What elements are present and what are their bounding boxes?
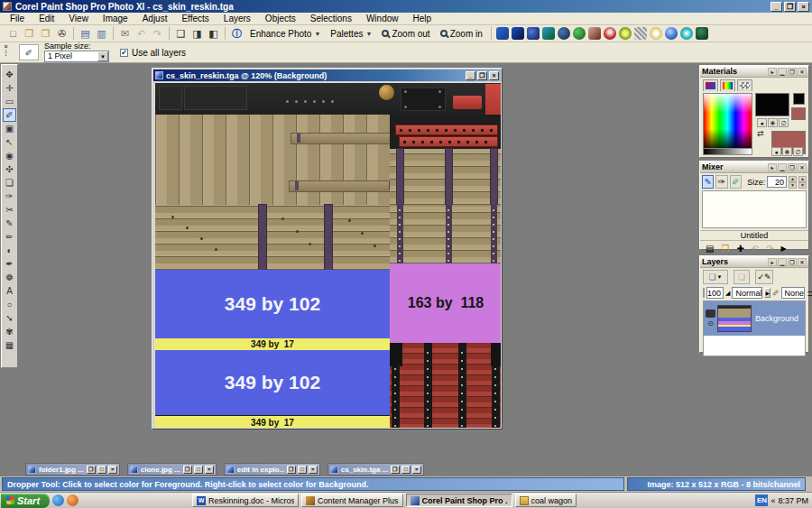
image-close-button[interactable]: × xyxy=(489,71,499,80)
edit-selection-button[interactable]: ✓✎ xyxy=(755,270,773,284)
panel-close-icon[interactable]: ✕ xyxy=(798,163,807,171)
plugin-icon[interactable] xyxy=(558,27,570,40)
restore-icon[interactable]: ❐ xyxy=(183,466,192,474)
menu-effects[interactable]: Effects xyxy=(175,13,215,24)
mixer-more-icon[interactable]: ▶ xyxy=(781,245,787,253)
mixer-remix-icon[interactable]: ↷ xyxy=(766,244,773,254)
fg-color-style-icon[interactable]: ● xyxy=(757,118,767,127)
bg-transparent-icon[interactable]: ∅ xyxy=(793,147,803,156)
maximize-icon[interactable]: □ xyxy=(298,466,307,474)
mixer-unmix-icon[interactable]: ↶ xyxy=(752,244,759,254)
close-icon[interactable]: × xyxy=(205,466,214,474)
enhance-photo-button[interactable]: Enhance Photo▼ xyxy=(245,28,325,40)
opacity-slider-icon[interactable]: ◢ xyxy=(725,290,730,297)
mixer-new-page-icon[interactable]: ▤ xyxy=(706,244,714,254)
selection-tool[interactable]: ▭ xyxy=(3,95,16,108)
menu-adjust[interactable]: Adjust xyxy=(136,13,174,24)
mixer-size-input[interactable]: 20 xyxy=(767,176,787,188)
mixer-area[interactable] xyxy=(702,190,807,228)
crop-tool[interactable]: ▣ xyxy=(3,122,16,135)
zoom-out-button[interactable]: Zoom out xyxy=(377,28,434,40)
plugin-icon[interactable] xyxy=(588,27,601,40)
pick-tool[interactable]: ↖ xyxy=(3,135,16,149)
task-button-word[interactable]: W Reskinning.doc - Microso... xyxy=(192,494,299,507)
bg-color-style-icon[interactable]: ● xyxy=(771,147,781,156)
image-canvas[interactable]: 349 by 102 349 by 17 349 by 102 349 by 1… xyxy=(154,82,502,429)
blend-mode-arrow-icon[interactable]: ▶ xyxy=(764,288,770,298)
menu-objects[interactable]: Objects xyxy=(259,13,302,24)
email-icon[interactable]: ✉ xyxy=(117,26,133,41)
bg-gradient-style-icon[interactable]: ❋ xyxy=(782,147,792,156)
close-icon[interactable]: × xyxy=(309,466,318,474)
internet-explorer-icon[interactable] xyxy=(52,494,64,506)
rainbow-tab[interactable] xyxy=(720,79,735,91)
panel-close-icon[interactable]: ✕ xyxy=(798,68,807,76)
lock-icon[interactable]: ⊐ xyxy=(807,289,812,298)
makeover-tool[interactable]: ✣ xyxy=(3,162,16,176)
panel-maximize-icon[interactable]: ❐ xyxy=(788,258,797,266)
lighten-darken-tool[interactable]: ◐ xyxy=(3,244,16,257)
plugin-icon[interactable] xyxy=(604,27,616,40)
browse-icon[interactable]: ❐ xyxy=(38,26,53,41)
plugin-icon[interactable] xyxy=(512,27,524,40)
materials-title-bar[interactable]: Materials ▸ ▁ ❐ ✕ xyxy=(700,66,808,78)
close-button[interactable]: × xyxy=(798,2,809,12)
dropper-preset-button[interactable]: ✐ xyxy=(19,44,39,60)
undo-icon[interactable]: ↶ xyxy=(134,26,149,41)
plugin-icon[interactable] xyxy=(573,27,586,40)
plugin-icon[interactable] xyxy=(542,27,555,40)
color-picker[interactable] xyxy=(703,93,752,149)
minimized-doc-folder1[interactable]: folder1.jpg ... ❐□× xyxy=(25,463,120,476)
mixer-knife-tool[interactable]: ✑ xyxy=(715,175,727,189)
panel-close-icon[interactable]: ✕ xyxy=(798,258,807,266)
panel-pin-icon[interactable]: ▸ xyxy=(768,163,777,171)
resize-icon[interactable]: ❑ xyxy=(173,26,189,41)
mixer-add-icon[interactable]: ✚ xyxy=(736,244,743,254)
paint-brush-tool[interactable]: ✎ xyxy=(3,217,16,230)
firefox-icon[interactable] xyxy=(67,494,78,506)
mixer-dropper-tool[interactable]: ✐ xyxy=(730,175,742,189)
use-all-layers-checkbox[interactable]: ✔ xyxy=(120,49,128,57)
menu-window[interactable]: Window xyxy=(360,13,405,24)
swatches-tab[interactable] xyxy=(737,79,752,91)
task-button-coal-wagon[interactable]: coal wagon xyxy=(515,494,577,507)
task-button-paint-shop-pro[interactable]: Corel Paint Shop Pro ... xyxy=(406,494,512,507)
fg-gradient-style-icon[interactable]: ❋ xyxy=(768,118,778,127)
mixer-title-bar[interactable]: Mixer ▸ ▁ ❐ ✕ xyxy=(700,162,808,173)
task-button-content-manager[interactable]: Content Manager Plus xyxy=(301,494,403,507)
maximize-icon[interactable]: □ xyxy=(97,466,106,474)
start-button[interactable]: Start xyxy=(1,494,50,508)
size-spinner[interactable]: ▲▼ xyxy=(789,176,797,189)
twain-acquire-icon[interactable]: ✇ xyxy=(54,26,69,41)
palettes-button[interactable]: Palettes▼ xyxy=(326,28,376,40)
redo-icon[interactable]: ↷ xyxy=(150,26,165,41)
restore-icon[interactable]: ❐ xyxy=(287,466,296,474)
toolbar-grip[interactable]: ×⋮ xyxy=(2,43,10,62)
save-as-icon[interactable]: ▥ xyxy=(94,26,109,41)
mixer-open-page-icon[interactable]: ❒ xyxy=(721,244,729,254)
panel-maximize-icon[interactable]: ❐ xyxy=(788,68,797,76)
panel-minimize-icon[interactable]: ▁ xyxy=(778,68,787,76)
warp-brush-tool[interactable]: ✾ xyxy=(3,325,16,338)
background-color-mini[interactable] xyxy=(791,107,806,120)
minimized-doc-cs-skin[interactable]: cs_skin.tga ... ❐□× xyxy=(328,463,424,476)
grayscale-strip[interactable] xyxy=(703,149,752,155)
pen-tool[interactable]: ➘ xyxy=(3,311,16,325)
delete-layer-button[interactable]: ❏ xyxy=(734,270,750,284)
panel-maximize-icon[interactable]: ❐ xyxy=(788,163,797,171)
swap-colors-icon[interactable]: ⇄ xyxy=(757,129,764,138)
mesh-warp-tool[interactable]: ▦ xyxy=(3,338,16,352)
close-icon[interactable]: × xyxy=(108,466,117,474)
panel-minimize-icon[interactable]: ▁ xyxy=(778,163,787,171)
plugin-icon[interactable] xyxy=(619,27,632,40)
minimized-doc-edit[interactable]: edit in explo... ❐□× xyxy=(224,463,320,476)
image-minimize-button[interactable]: _ xyxy=(466,71,475,80)
plugin-icon[interactable] xyxy=(496,27,509,40)
fg-transparent-icon[interactable]: ∅ xyxy=(779,118,789,127)
new-icon[interactable]: □ xyxy=(5,26,21,41)
menu-selections[interactable]: Selections xyxy=(304,13,358,24)
plugin-icon[interactable] xyxy=(665,27,678,40)
maximize-button[interactable]: ❐ xyxy=(784,2,796,12)
mixer-tube-tool[interactable]: ✎ xyxy=(702,175,714,189)
menu-image[interactable]: Image xyxy=(97,13,134,24)
